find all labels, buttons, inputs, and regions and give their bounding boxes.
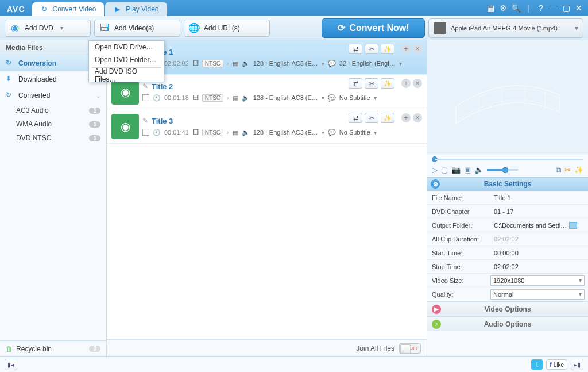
filename-value[interactable]: Title 1 bbox=[490, 194, 588, 201]
magic-wand-icon[interactable]: ✨ bbox=[381, 44, 394, 54]
play-icon: ▶ bbox=[113, 5, 121, 13]
sidebar-sub-dvdntsc[interactable]: DVD NTSC 1 bbox=[0, 131, 106, 145]
add-dvd-button[interactable]: ◉+ Add DVD ▾ bbox=[5, 20, 91, 37]
menu-open-dvd-drive[interactable]: Open DVD Drive… bbox=[89, 41, 164, 53]
remove-icon[interactable]: × bbox=[413, 79, 422, 88]
output-profile-button[interactable]: Apple iPad Air MPEG-4 Movie (*.mp4) ▾ bbox=[428, 18, 583, 38]
edit-title-icon[interactable]: ✎ bbox=[142, 82, 148, 90]
add-icon[interactable]: + bbox=[401, 44, 411, 53]
add-urls-button[interactable]: 🌐+ Add URL(s) bbox=[184, 20, 270, 37]
tab-play-video[interactable]: ▶ Play Video bbox=[105, 2, 167, 16]
setting-output-folder: Output Folder:C:\Documents and Setti… bbox=[427, 218, 588, 232]
volume-icon[interactable]: 🔈 bbox=[474, 166, 483, 174]
swap-icon[interactable]: ⇄ bbox=[349, 113, 362, 123]
add-icon[interactable]: + bbox=[401, 79, 411, 88]
twitter-icon[interactable]: t bbox=[531, 359, 543, 370]
subtitle-label[interactable]: No Subtitle bbox=[339, 129, 370, 136]
chevron-down-icon[interactable]: ▾ bbox=[322, 95, 324, 101]
film-icon: 🎞 bbox=[192, 129, 199, 136]
subtitle-label[interactable]: 32 - English (Engl… bbox=[339, 60, 396, 67]
chevron-down-icon[interactable]: ▾ bbox=[322, 129, 324, 136]
audio-options-header[interactable]: ♪Audio Options bbox=[427, 316, 588, 331]
profile-label: Apple iPad Air MPEG-4 Movie (*.mp4) bbox=[451, 25, 570, 32]
right-panel: ▷ ▢ 📷 ▣ 🔈 ⧉ ✂ ✨ ⚙ Basic Settings File Na… bbox=[427, 40, 588, 356]
camera-icon[interactable]: 📷 bbox=[451, 166, 461, 174]
audio-track-label[interactable]: 128 - English AC3 (E… bbox=[253, 129, 318, 136]
magic-wand-icon[interactable]: ✨ bbox=[381, 113, 394, 123]
stop-time-value[interactable]: 02:02:02 bbox=[490, 263, 588, 270]
video-size-select[interactable]: 1920x1080▾ bbox=[490, 275, 585, 286]
audio-track-label[interactable]: 128 - English AC3 (E… bbox=[253, 94, 318, 101]
cut-icon[interactable]: ✂ bbox=[365, 113, 378, 123]
edit-title-icon[interactable]: ✎ bbox=[142, 117, 148, 125]
speaker-icon: 🔈 bbox=[242, 129, 250, 136]
add-videos-button[interactable]: 🎞+ Add Video(s) bbox=[94, 20, 180, 37]
play-icon[interactable]: ▷ bbox=[432, 166, 438, 174]
tab-convert-video[interactable]: ↻ Convert Video bbox=[32, 2, 105, 16]
folder-icon[interactable] bbox=[569, 222, 577, 229]
chevron-down-icon[interactable]: ▾ bbox=[322, 60, 324, 67]
remove-icon[interactable]: × bbox=[413, 44, 422, 53]
search-icon[interactable]: 🔍 bbox=[511, 3, 520, 13]
video-options-header[interactable]: ▶Video Options bbox=[427, 301, 588, 316]
panel-right-toggle[interactable]: ▸▮ bbox=[571, 359, 583, 370]
add-icon[interactable]: + bbox=[401, 113, 411, 122]
chapter-value[interactable]: 01 - 17 bbox=[490, 208, 588, 215]
media-list: ◉ ✎ Title 1 🕘 02:02:02 🎞 NTSC › ▦ � bbox=[107, 40, 427, 356]
cut-icon[interactable]: ✂ bbox=[365, 78, 378, 89]
count-badge: 0 bbox=[89, 346, 100, 352]
button-label: Add Video(s) bbox=[114, 24, 154, 32]
gear-icon[interactable]: ⚙ bbox=[498, 3, 508, 13]
convert-icon: ↻ bbox=[6, 59, 15, 68]
close-icon[interactable]: ✕ bbox=[574, 3, 583, 13]
minimize-icon[interactable]: ― bbox=[549, 3, 558, 13]
subtitle-label[interactable]: No Subtitle bbox=[339, 94, 370, 101]
magic-wand-icon[interactable]: ✨ bbox=[574, 166, 583, 174]
preview-slider[interactable] bbox=[427, 155, 588, 163]
display-icon[interactable]: ▣ bbox=[464, 166, 471, 174]
facebook-like-button[interactable]: fLike bbox=[546, 359, 567, 370]
setting-chapter: DVD Chapter01 - 17 bbox=[427, 205, 588, 218]
swap-icon[interactable]: ⇄ bbox=[349, 44, 362, 54]
quality-select[interactable]: Normal▾ bbox=[490, 289, 585, 300]
recycle-bin[interactable]: 🗑 Recycle bin 0 bbox=[0, 340, 106, 356]
standard-tag: NTSC bbox=[202, 60, 223, 67]
video-icon: ▶ bbox=[432, 305, 441, 314]
convert-now-button[interactable]: ⟳ Convert Now! bbox=[322, 18, 425, 38]
chevron-down-icon: ▾ bbox=[579, 291, 582, 297]
chevron-down-icon[interactable]: ▾ bbox=[374, 129, 377, 136]
film-icon: 🎞 bbox=[192, 60, 199, 67]
menu-add-iso[interactable]: Add DVD ISO Files… bbox=[89, 69, 164, 82]
setting-stop-time: Stop Time:02:02:02 bbox=[427, 260, 588, 274]
stop-icon[interactable]: ▢ bbox=[441, 166, 448, 174]
remove-icon[interactable]: × bbox=[413, 113, 422, 122]
item-checkbox[interactable] bbox=[142, 129, 149, 136]
chevron-down-icon[interactable]: ▾ bbox=[374, 95, 377, 101]
media-item[interactable]: ◉ ✎ Title 3 🕘 00:01:41 🎞 NTSC › ▦ � bbox=[107, 109, 427, 144]
join-files-toggle[interactable]: OFF bbox=[399, 343, 421, 354]
sidebar-sub-wma[interactable]: WMA Audio 1 bbox=[0, 117, 106, 131]
volume-slider[interactable] bbox=[487, 169, 518, 171]
item-duration: 00:01:18 bbox=[164, 94, 189, 101]
menu-open-dvd-folder[interactable]: Open DVD Folder… bbox=[89, 53, 164, 66]
chevron-down-icon[interactable]: ▾ bbox=[399, 60, 402, 67]
sidebar-sub-ac3[interactable]: AC3 Audio 1 bbox=[0, 103, 106, 117]
crop-icon[interactable]: ⧉ bbox=[556, 166, 561, 175]
cut-icon[interactable]: ✂ bbox=[365, 44, 378, 54]
app-logo: AVC bbox=[0, 5, 32, 16]
cut-icon[interactable]: ✂ bbox=[564, 166, 571, 174]
tab-label: Convert Video bbox=[53, 5, 96, 13]
swap-icon[interactable]: ⇄ bbox=[349, 78, 362, 89]
start-time-value[interactable]: 00:00:00 bbox=[490, 250, 588, 256]
audio-track-label[interactable]: 128 - English AC3 (E… bbox=[253, 60, 318, 67]
sidebar-item-converted[interactable]: ↻ Converted ⌄ bbox=[0, 87, 106, 103]
subtitle-icon: 💬 bbox=[328, 60, 336, 67]
item-checkbox[interactable] bbox=[142, 94, 149, 101]
magic-wand-icon[interactable]: ✨ bbox=[381, 78, 394, 89]
help-icon[interactable]: ? bbox=[536, 3, 546, 13]
tab-label: Play Video bbox=[126, 5, 158, 13]
maximize-icon[interactable]: ▢ bbox=[562, 3, 571, 13]
registry-icon[interactable]: ▤ bbox=[486, 3, 495, 13]
screen-icon: ▦ bbox=[233, 94, 238, 102]
panel-left-toggle[interactable]: ▮◂ bbox=[5, 359, 17, 370]
